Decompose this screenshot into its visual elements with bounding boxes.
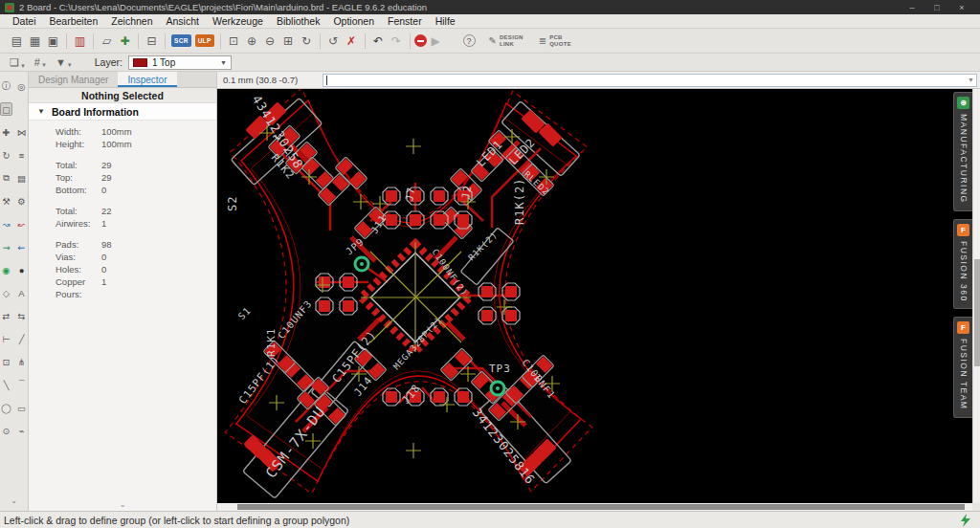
layer-settings-icon[interactable]: ❏▼: [10, 56, 26, 69]
vertical-scrollbar-thumb[interactable]: [974, 259, 980, 366]
text-tool[interactable]: A: [15, 286, 28, 299]
collapse-triangle-icon: ▼: [37, 107, 45, 116]
selection-status: Nothing Selected: [29, 88, 216, 103]
unroute-tool[interactable]: ⇜: [15, 240, 28, 253]
zoom-select-icon[interactable]: ⊞: [279, 32, 298, 50]
horizontal-scrollbar-thumb[interactable]: [237, 504, 965, 510]
pcb-canvas[interactable]: 4341230258S2R1K2LED1LED2RLED2R1K(2)J7J2J…: [217, 89, 972, 503]
refresh-icon[interactable]: ↺: [324, 32, 343, 50]
dimension-tool[interactable]: ⊢: [0, 332, 12, 345]
route-diff-tool[interactable]: ⇝: [0, 240, 12, 253]
sheet-icon[interactable]: ▱: [98, 32, 116, 50]
side-tab-fusion-360[interactable]: FFUSION 360: [953, 219, 972, 310]
rotate-tool[interactable]: ↻: [0, 148, 12, 162]
menu-bearbeiten[interactable]: Bearbeiten: [43, 14, 105, 28]
menu-ansicht[interactable]: Ansicht: [160, 14, 206, 28]
circle-tool[interactable]: ◯: [0, 401, 12, 414]
maximize-button[interactable]: □: [931, 3, 943, 12]
side-tab-fusion-team[interactable]: FFUSION TEAM: [953, 317, 972, 417]
info-value: 29: [101, 159, 112, 171]
undo-icon[interactable]: ↶: [369, 32, 388, 50]
print-icon[interactable]: ▣: [44, 32, 62, 50]
menu-bar: DateiBearbeitenZeichnenAnsichtWerkzeugeB…: [0, 14, 980, 29]
via-tool[interactable]: ◉: [0, 263, 12, 276]
chevron-down-icon: ▼: [67, 62, 73, 68]
replace-tool[interactable]: ⇆: [15, 309, 28, 322]
zoom-fit-icon[interactable]: ⊡: [225, 32, 243, 50]
hole-tool[interactable]: ⊙: [0, 424, 12, 437]
tab-design-manager[interactable]: Design Manager: [29, 72, 118, 87]
horizontal-scrollbar[interactable]: [217, 503, 972, 511]
redo-icon[interactable]: ↷: [388, 32, 406, 50]
menu-bibliothek[interactable]: Bibliothek: [270, 14, 327, 28]
cancel-icon[interactable]: ✗: [343, 32, 361, 50]
paste-tool[interactable]: ▤: [15, 171, 28, 185]
open-icon[interactable]: ▤: [8, 32, 26, 50]
design-link-button[interactable]: ✎DESIGNLINK: [484, 33, 528, 50]
move-tool[interactable]: ✚: [0, 125, 12, 139]
stop-icon[interactable]: [414, 34, 427, 47]
pcb-quote-button-icon: ≣: [539, 35, 546, 46]
panel-bottom-chevron[interactable]: ⌄: [29, 500, 216, 509]
grid-icon[interactable]: #▼: [34, 56, 47, 68]
pinswap-tool[interactable]: ⇄: [0, 309, 12, 322]
info-tool[interactable]: ⓘ: [0, 79, 12, 93]
info-key: Height:: [56, 138, 101, 150]
right-tab-strip: ⊕MANUFACTURINGFFUSION 360FFUSION TEAM: [953, 92, 972, 418]
ratsnest-tool[interactable]: ⌁: [15, 424, 28, 437]
silkscreen-label: J2: [459, 184, 474, 200]
ripup-tool[interactable]: ↜: [15, 217, 28, 231]
copy-tool[interactable]: ⧉: [0, 171, 12, 185]
filter-icon[interactable]: ▼▼: [56, 56, 73, 68]
smash-tool[interactable]: ⚒: [0, 194, 12, 208]
rect-tool[interactable]: ▭: [15, 401, 28, 414]
menu-optionen[interactable]: Optionen: [326, 14, 381, 28]
layer-select[interactable]: 1 Top ▼: [128, 55, 232, 70]
status-text: Left-click & drag to define group (or le…: [4, 515, 349, 526]
add-part-icon[interactable]: ✚: [116, 32, 134, 50]
split-tool[interactable]: ⋔: [15, 355, 28, 368]
silkscreen-label: R1K(2): [513, 178, 526, 225]
lock-tool[interactable]: ⊡: [0, 355, 12, 368]
zoom-redraw-icon[interactable]: ↻: [298, 32, 316, 50]
command-input[interactable]: ▼: [323, 74, 977, 87]
route-tool[interactable]: ↝: [0, 217, 12, 231]
minimize-button[interactable]: –: [906, 3, 918, 12]
vertical-scrollbar[interactable]: [972, 89, 980, 503]
info-row: Total:29: [29, 159, 216, 171]
pcb-quote-button[interactable]: ≣PCBQUOTE: [534, 33, 576, 50]
wire-tool[interactable]: ╱: [15, 332, 28, 345]
chevron-down-icon: ▼: [968, 77, 976, 83]
menu-werkzeuge[interactable]: Werkzeuge: [206, 14, 270, 28]
board-schematic-icon[interactable]: ▥: [71, 32, 89, 50]
drc-icon[interactable]: ⊟: [143, 32, 161, 50]
change-tool[interactable]: ⚙: [15, 194, 28, 208]
align-tool[interactable]: ≡: [15, 148, 28, 162]
menu-zeichnen[interactable]: Zeichnen: [104, 14, 159, 28]
polygon-tool[interactable]: ◇: [0, 286, 12, 299]
info-key: Copper Pours:: [56, 275, 101, 288]
menu-hilfe[interactable]: Hilfe: [429, 14, 462, 28]
run-ulp-badge[interactable]: ULP: [195, 34, 214, 47]
play-icon[interactable]: ▶: [427, 32, 445, 50]
line-tool[interactable]: ╲: [0, 378, 12, 391]
board-information-header[interactable]: ▼ Board Information: [29, 103, 216, 121]
zoom-in-icon[interactable]: ⊕: [243, 32, 261, 50]
side-tab-manufacturing[interactable]: ⊕MANUFACTURING: [953, 92, 972, 211]
help-icon[interactable]: ?: [463, 34, 476, 47]
zoom-out-icon[interactable]: ⊖: [261, 32, 279, 50]
run-script-badge[interactable]: SCR: [171, 34, 191, 47]
layer-color-swatch: [133, 58, 147, 67]
save-icon[interactable]: ▦: [26, 32, 44, 50]
group-select-tool[interactable]: ▢: [0, 102, 12, 116]
more-tools-chevron[interactable]: ⌄: [0, 496, 28, 505]
mirror-tool[interactable]: ⋈: [15, 125, 28, 139]
arc-tool[interactable]: ⌒: [15, 378, 28, 391]
menu-fenster[interactable]: Fenster: [381, 14, 429, 28]
info-value: 0: [101, 184, 106, 196]
pad-tool[interactable]: ●: [15, 263, 28, 276]
close-button[interactable]: ×: [956, 3, 968, 12]
tab-inspector[interactable]: Inspector: [118, 72, 176, 87]
menu-datei[interactable]: Datei: [6, 14, 43, 28]
show-tool[interactable]: ◎: [15, 79, 28, 93]
